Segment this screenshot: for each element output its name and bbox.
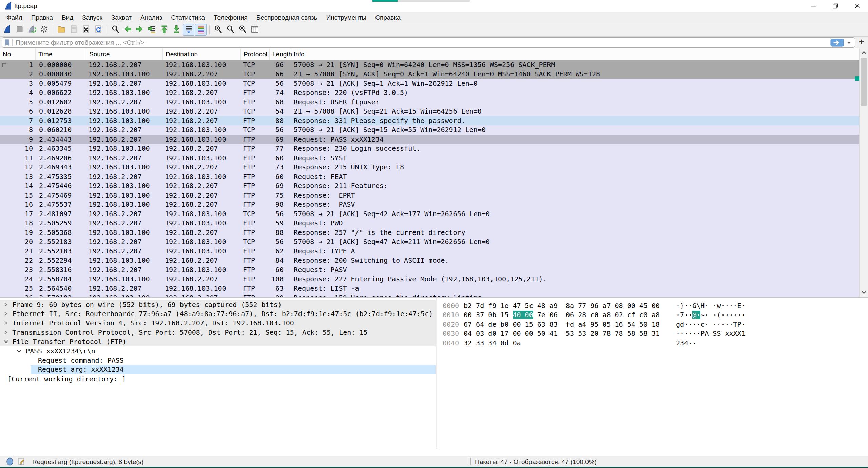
restart-capture-button[interactable] xyxy=(26,24,38,36)
packet-row-21[interactable]: 212.552183192.168.2.207192.168.103.100FT… xyxy=(0,246,859,256)
packet-row-14[interactable]: 142.475446192.168.103.100192.168.2.207FT… xyxy=(0,181,859,191)
apply-filter-button[interactable] xyxy=(830,39,844,47)
hex-row[interactable]: 003004 03 d0 17 00 00 50 41 53 53 20 78 … xyxy=(437,329,868,339)
menu-tools[interactable]: Инструменты xyxy=(322,12,371,23)
hex-row[interactable]: 002067 64 de b0 00 15 63 83 fd a4 95 05 … xyxy=(437,320,868,329)
colorize-button[interactable] xyxy=(195,24,207,36)
chevron-down-icon[interactable] xyxy=(16,349,22,353)
packet-row-6[interactable]: 60.012628192.168.103.100192.168.2.207TCP… xyxy=(0,107,859,116)
restore-button[interactable] xyxy=(825,0,846,12)
packet-row-2[interactable]: 20.000030192.168.103.100192.168.2.207TCP… xyxy=(0,69,859,79)
menu-analyze[interactable]: Анализ xyxy=(136,12,167,23)
menu-capture[interactable]: Захват xyxy=(107,12,136,23)
packet-row-11[interactable]: 112.469206192.168.2.207192.168.103.100FT… xyxy=(0,153,859,163)
menu-view[interactable]: Вид xyxy=(57,12,78,23)
filter-bookmark-icon[interactable] xyxy=(4,39,10,46)
packet-row-13[interactable]: 132.475335192.168.2.207192.168.103.100FT… xyxy=(0,172,859,181)
packet-row-10[interactable]: 102.463345192.168.103.100192.168.2.207FT… xyxy=(0,144,859,154)
detail-line[interactable]: File Transfer Protocol (FTP) xyxy=(0,337,436,346)
scrollbar-thumb[interactable] xyxy=(861,58,867,106)
chevron-right-icon[interactable] xyxy=(3,311,8,317)
menu-telephony[interactable]: Телефония xyxy=(209,12,252,23)
col-header-length[interactable]: Length xyxy=(270,48,291,60)
col-header-no[interactable]: No. xyxy=(0,48,36,60)
go-back-button[interactable] xyxy=(122,24,133,36)
detail-line[interactable]: Internet Protocol Version 4, Src: 192.16… xyxy=(0,319,436,328)
packet-row-19[interactable]: 192.505368192.168.103.100192.168.2.207FT… xyxy=(0,228,859,237)
zoom-out-button[interactable] xyxy=(225,24,236,36)
add-filter-button[interactable]: + xyxy=(856,37,867,47)
packet-row-8[interactable]: 80.060210192.168.2.207192.168.103.100TCP… xyxy=(0,125,859,135)
go-to-first-button[interactable] xyxy=(158,24,170,36)
packet-row-4[interactable]: 40.006622192.168.103.100192.168.2.207FTP… xyxy=(0,88,859,98)
go-forward-button[interactable] xyxy=(134,24,146,36)
packet-row-15[interactable]: 152.475469192.168.103.100192.168.2.207FT… xyxy=(0,190,859,200)
close-file-button[interactable] xyxy=(80,24,92,36)
col-header-time[interactable]: Time xyxy=(36,48,86,60)
menu-help[interactable]: Справка xyxy=(371,12,405,23)
zoom-reset-button[interactable] xyxy=(237,24,248,36)
packet-row-18[interactable]: 182.505259192.168.2.207192.168.103.100FT… xyxy=(0,219,859,228)
packet-row-26[interactable]: 262.570183192.168.103.100192.168.2.207FT… xyxy=(0,293,859,298)
packet-row-7[interactable]: 70.012753192.168.103.100192.168.2.207FTP… xyxy=(0,116,859,125)
menu-go[interactable]: Запуск xyxy=(78,12,107,23)
capture-options-button[interactable] xyxy=(38,24,50,36)
expert-info-icon[interactable] xyxy=(6,457,14,467)
packet-row-17[interactable]: 172.481097192.168.2.207192.168.103.100TC… xyxy=(0,209,859,219)
packet-row-16[interactable]: 162.475537192.168.103.100192.168.2.207FT… xyxy=(0,200,859,209)
go-to-packet-button[interactable] xyxy=(146,24,158,36)
find-packet-button[interactable] xyxy=(110,24,121,36)
cell-protocol: FTP xyxy=(241,191,270,199)
open-file-button[interactable] xyxy=(56,24,67,36)
menu-edit[interactable]: Правка xyxy=(27,12,57,23)
packet-row-9[interactable]: 92.434443192.168.2.207192.168.103.100FTP… xyxy=(0,135,859,144)
stop-capture-button[interactable] xyxy=(14,24,25,36)
hex-row[interactable]: 0000b2 7d f9 1e 47 5c 48 a9 8a 77 96 a7 … xyxy=(437,301,868,310)
packet-row-3[interactable]: 30.005479192.168.2.207192.168.103.100TCP… xyxy=(0,79,859,88)
detail-line[interactable]: [Current working directory: ] xyxy=(0,374,436,383)
col-header-destination[interactable]: Destination xyxy=(163,48,241,60)
menu-statistics[interactable]: Статистика xyxy=(167,12,209,23)
packet-row-22[interactable]: 222.552294192.168.103.100192.168.2.207FT… xyxy=(0,256,859,265)
zoom-in-button[interactable] xyxy=(212,24,224,36)
col-header-protocol[interactable]: Protocol xyxy=(241,48,270,60)
detail-line[interactable]: Frame 9: 69 bytes on wire (552 bits), 69… xyxy=(0,300,436,309)
scroll-down-icon[interactable] xyxy=(861,290,867,296)
display-filter-input[interactable]: Примените фильтр отображения ... <Ctrl-/… xyxy=(2,37,855,48)
close-button[interactable] xyxy=(846,0,868,12)
packet-row-5[interactable]: 50.012602192.168.2.207192.168.103.100FTP… xyxy=(0,97,859,107)
detail-line[interactable]: Transmission Control Protocol, Src Port:… xyxy=(0,328,436,337)
detail-line[interactable]: PASS xxXX1234\r\n xyxy=(0,346,436,355)
packet-row-24[interactable]: 242.558704192.168.103.100192.168.2.207FT… xyxy=(0,274,859,284)
hex-row[interactable]: 004032 33 34 0d 0a234·· xyxy=(437,338,868,348)
minimize-button[interactable] xyxy=(803,0,825,12)
start-capture-button[interactable] xyxy=(2,24,13,36)
packet-row-12[interactable]: 122.469343192.168.103.100192.168.2.207FT… xyxy=(0,163,859,172)
packet-row-1[interactable]: 10.000000192.168.2.207192.168.103.100TCP… xyxy=(0,60,859,69)
save-file-button[interactable] xyxy=(68,24,79,36)
detail-line[interactable]: Request command: PASS xyxy=(0,355,436,365)
detail-line[interactable]: Request arg: xxXX1234 xyxy=(0,365,436,374)
resize-columns-button[interactable] xyxy=(249,24,261,36)
chevron-right-icon[interactable] xyxy=(3,302,8,307)
scroll-up-icon[interactable] xyxy=(861,50,867,56)
capture-comment-icon[interactable] xyxy=(18,457,25,467)
packet-row-23[interactable]: 232.558316192.168.2.207192.168.103.100FT… xyxy=(0,265,859,274)
hex-row[interactable]: 001000 37 0b 15 40 00 7e 06 06 28 c0 a8 … xyxy=(437,310,868,320)
col-header-info[interactable]: Info xyxy=(291,48,859,60)
packet-row-20[interactable]: 202.552183192.168.2.207192.168.103.100TC… xyxy=(0,237,859,247)
auto-scroll-button[interactable] xyxy=(183,24,194,36)
filter-dropdown-chevron-icon[interactable] xyxy=(847,41,851,45)
detail-line[interactable]: Ethernet II, Src: Routerboardc_77:96:a7 … xyxy=(0,309,436,318)
reload-file-button[interactable] xyxy=(92,24,104,36)
menu-file[interactable]: Файл xyxy=(2,12,27,23)
chevron-down-icon[interactable] xyxy=(3,339,9,344)
menu-wireless[interactable]: Беспроводная связь xyxy=(252,12,322,23)
chevron-right-icon[interactable] xyxy=(3,330,8,335)
go-to-last-button[interactable] xyxy=(171,24,182,36)
chevron-right-icon[interactable] xyxy=(3,320,8,326)
packet-list-scrollbar[interactable] xyxy=(859,48,868,297)
col-header-source[interactable]: Source xyxy=(86,48,163,60)
packet-row-25[interactable]: 252.564540192.168.2.207192.168.103.100FT… xyxy=(0,284,859,293)
toolbar-separator xyxy=(53,25,53,34)
